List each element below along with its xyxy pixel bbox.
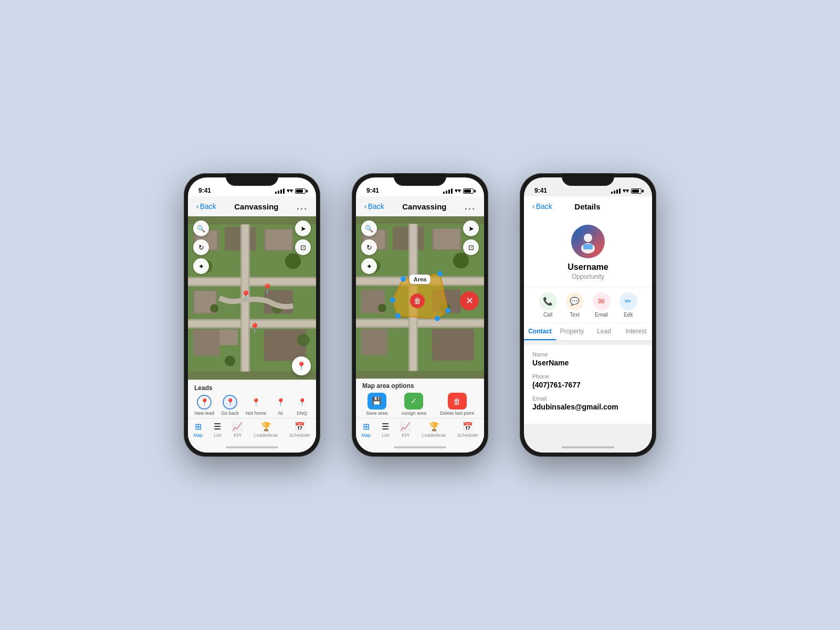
home-indicator-2 bbox=[356, 442, 484, 453]
svg-point-48 bbox=[445, 308, 450, 313]
marker-red-1[interactable]: 📍 bbox=[261, 283, 273, 295]
tab-list-2[interactable]: ☰ List bbox=[382, 422, 389, 438]
nav-title-3: Details bbox=[574, 202, 600, 211]
assign-area-btn[interactable]: ✓ Assign area bbox=[401, 393, 426, 416]
svg-rect-15 bbox=[193, 330, 219, 356]
svg-point-49 bbox=[395, 313, 401, 319]
svg-point-43 bbox=[378, 304, 386, 312]
svg-point-41 bbox=[453, 253, 469, 269]
svg-point-23 bbox=[225, 356, 235, 366]
avatar-svg bbox=[575, 228, 601, 255]
location-btn-2[interactable]: ➤ bbox=[463, 220, 479, 236]
bottom-panel-1: Leads 📍 New lead 📍 Go back 📍 Not home bbox=[188, 380, 316, 442]
call-icon: 📞 bbox=[539, 292, 557, 310]
map-option-icons: 💾 Save area ✓ Assign area 🗑 Delete last … bbox=[362, 393, 478, 416]
marker-blue-1[interactable]: 📍 bbox=[249, 322, 260, 334]
location-btn-1[interactable]: ➤ bbox=[295, 220, 311, 236]
lead-new[interactable]: 📍 New lead bbox=[195, 395, 215, 416]
text-icon: 💬 bbox=[566, 292, 584, 310]
lead-goback[interactable]: 📍 Go back bbox=[221, 395, 239, 416]
wifi-icon-2: ▾▾ bbox=[455, 187, 461, 194]
search-btn-2[interactable]: 🔍 bbox=[361, 220, 377, 236]
location-fab-1[interactable]: 📍 bbox=[292, 356, 311, 375]
home-indicator-1 bbox=[188, 442, 316, 453]
name-field: Name UserName bbox=[532, 351, 644, 367]
tab-leaderboard-1[interactable]: 🏆 Leaderboar bbox=[254, 422, 278, 438]
notch-1 bbox=[226, 173, 278, 186]
search-btn-1[interactable]: 🔍 bbox=[193, 220, 209, 236]
profile-subtitle: Opportunity bbox=[572, 273, 604, 280]
svg-rect-55 bbox=[583, 244, 593, 249]
name-value: UserName bbox=[532, 359, 644, 367]
more-button-2[interactable]: ... bbox=[465, 201, 476, 212]
svg-rect-5 bbox=[266, 230, 292, 250]
map-controls-left-2: 🔍 ↻ ✦ bbox=[361, 220, 377, 274]
svg-point-21 bbox=[210, 304, 218, 313]
email-value: Jdubinsales@gmail.com bbox=[532, 403, 644, 411]
email-icon: ✉ bbox=[593, 292, 611, 310]
email-btn[interactable]: ✉ Email bbox=[593, 292, 611, 318]
close-area-btn[interactable]: ✕ bbox=[460, 291, 479, 310]
details-screen: Username Opportunity 📞 Call 💬 Text ✉ bbox=[524, 216, 652, 442]
tab-map-1[interactable]: ⊞ Map bbox=[194, 422, 203, 438]
tab-kpi-2[interactable]: 📈 KPI bbox=[400, 422, 411, 438]
svg-point-46 bbox=[401, 277, 406, 282]
tab-contact[interactable]: Contact bbox=[524, 323, 556, 340]
nav-bar-2: ‹ Back Canvassing ... bbox=[356, 196, 484, 216]
phone-3: 9:41 ▾▾ ‹ Back Details bbox=[520, 173, 656, 457]
edit-btn[interactable]: ✏ Edit bbox=[620, 292, 637, 318]
tab-leaderboard-2[interactable]: 🏆 Leaderboar bbox=[422, 422, 446, 438]
more-button-1[interactable]: ... bbox=[297, 201, 308, 212]
lead-nothome[interactable]: 📍 Not home bbox=[246, 395, 266, 416]
tab-scheduler-1[interactable]: 📅 Scheduler bbox=[289, 422, 311, 438]
status-icons-2: ▾▾ bbox=[443, 187, 474, 194]
svg-rect-33 bbox=[356, 320, 484, 327]
back-button-2[interactable]: ‹ Back bbox=[364, 202, 384, 211]
map-2[interactable]: 🔍 ↻ ✦ ➤ ⊡ Area 🗑 ✕ bbox=[356, 216, 484, 379]
action-row: 📞 Call 💬 Text ✉ Email ✏ Edit bbox=[524, 287, 652, 323]
avatar bbox=[571, 225, 605, 258]
sched-icon-1: 📅 bbox=[295, 422, 305, 432]
map-controls-right-1: ➤ ⊡ bbox=[295, 220, 311, 255]
email-label: Email bbox=[532, 395, 644, 402]
lead-ni[interactable]: 📍 NI bbox=[273, 395, 288, 416]
tab-map-2[interactable]: ⊞ Map bbox=[362, 422, 371, 438]
battery-icon-1 bbox=[295, 188, 306, 194]
signal-bars-1 bbox=[275, 188, 285, 194]
save-area-btn[interactable]: 💾 Save area bbox=[366, 393, 387, 416]
profile-name: Username bbox=[568, 262, 608, 272]
svg-point-51 bbox=[390, 298, 395, 303]
phone-field: Phone (407)761-7677 bbox=[532, 373, 644, 389]
refresh-btn-1[interactable]: ↻ bbox=[193, 239, 209, 255]
detail-tabs: Contact Property Lead Interest bbox=[524, 323, 652, 341]
nav-bar-3: ‹ Back Details bbox=[524, 196, 652, 216]
time-3: 9:41 bbox=[534, 187, 547, 194]
map-icon-2: ⊞ bbox=[363, 422, 370, 432]
layers-btn-2[interactable]: ⊡ bbox=[463, 239, 479, 255]
leads-section: Leads 📍 New lead 📍 Go back 📍 Not home bbox=[188, 380, 316, 418]
tab-list-1[interactable]: ☰ List bbox=[214, 422, 221, 438]
map-1[interactable]: 🔍 ↻ ✦ ➤ ⊡ 📍 📍 📍 📍 bbox=[188, 216, 316, 380]
tab-kpi-1[interactable]: 📈 KPI bbox=[232, 422, 243, 438]
tab-interest[interactable]: Interest bbox=[620, 323, 652, 340]
lead-dnq[interactable]: 📍 DNQ bbox=[295, 395, 309, 416]
nav-bar-1: ‹ Back Canvassing ... bbox=[188, 196, 316, 216]
call-btn[interactable]: 📞 Call bbox=[539, 292, 557, 318]
back-button-3[interactable]: ‹ Back bbox=[532, 202, 552, 211]
refresh-btn-2[interactable]: ↻ bbox=[361, 239, 377, 255]
home-indicator-3 bbox=[524, 442, 652, 453]
delete-area-btn[interactable]: 🗑 bbox=[410, 293, 425, 308]
tab-property[interactable]: Property bbox=[556, 323, 588, 340]
tab-scheduler-2[interactable]: 📅 Scheduler bbox=[457, 422, 479, 438]
tab-lead[interactable]: Lead bbox=[588, 323, 620, 340]
back-button-1[interactable]: ‹ Back bbox=[196, 202, 216, 211]
sparkle-btn-2[interactable]: ✦ bbox=[361, 258, 377, 274]
name-label: Name bbox=[532, 351, 644, 358]
time-2: 9:41 bbox=[366, 187, 379, 194]
text-btn[interactable]: 💬 Text bbox=[566, 292, 584, 318]
marker-orange-1[interactable]: 📍 bbox=[240, 290, 251, 301]
layers-btn-1[interactable]: ⊡ bbox=[295, 239, 311, 255]
lead-icons: 📍 New lead 📍 Go back 📍 Not home 📍 bbox=[194, 395, 310, 416]
sparkle-btn-1[interactable]: ✦ bbox=[193, 258, 209, 274]
delete-last-btn[interactable]: 🗑 Delete last point bbox=[440, 393, 474, 416]
